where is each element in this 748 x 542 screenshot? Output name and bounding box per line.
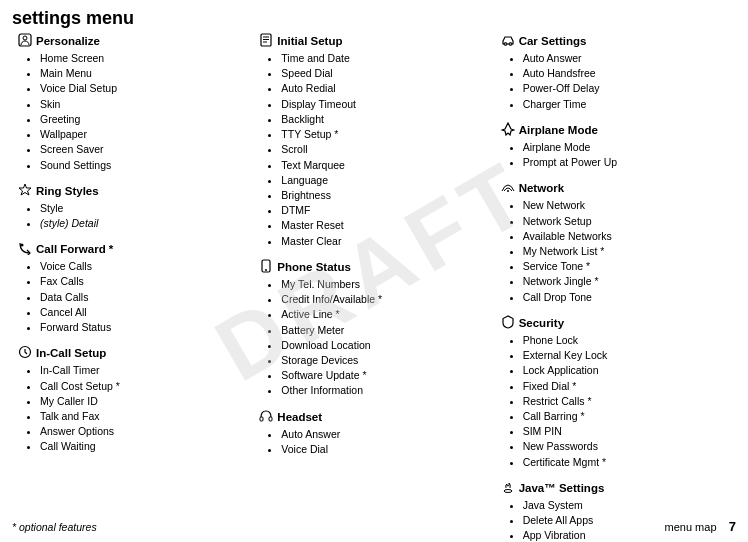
section-list-network: New NetworkNetwork SetupAvailable Networ… <box>501 198 730 305</box>
java-settings-icon <box>501 480 515 496</box>
list-item: Voice Dial <box>281 442 488 457</box>
list-item: Credit Info/Available * <box>281 292 488 307</box>
footer-right: menu map 7 <box>665 519 736 534</box>
section-header-call-forward: Call Forward * <box>18 241 247 257</box>
section-initial-setup: Initial SetupTime and DateSpeed DialAuto… <box>259 33 488 249</box>
list-item: Fixed Dial * <box>523 379 730 394</box>
list-item: Restrict Calls * <box>523 394 730 409</box>
list-item: Phone Lock <box>523 333 730 348</box>
list-item: Download Location <box>281 338 488 353</box>
svg-rect-10 <box>260 417 263 421</box>
section-in-call-setup: In-Call SetupIn-Call TimerCall Cost Setu… <box>18 345 247 454</box>
list-item: Auto Redial <box>281 81 488 96</box>
initial-setup-icon <box>259 33 273 49</box>
list-item: Main Menu <box>40 66 247 81</box>
list-item: Other Information <box>281 383 488 398</box>
section-header-in-call-setup: In-Call Setup <box>18 345 247 361</box>
list-item: My Caller ID <box>40 394 247 409</box>
section-header-personalize: Personalize <box>18 33 247 49</box>
section-label-call-forward: Call Forward * <box>36 243 113 255</box>
security-icon <box>501 315 515 331</box>
list-item: In-Call Timer <box>40 363 247 378</box>
section-label-in-call-setup: In-Call Setup <box>36 347 106 359</box>
list-item: Greeting <box>40 112 247 127</box>
list-item: Java System <box>523 498 730 513</box>
list-item: Storage Devices <box>281 353 488 368</box>
list-item: External Key Lock <box>523 348 730 363</box>
list-item: Scroll <box>281 142 488 157</box>
list-item: Forward Status <box>40 320 247 335</box>
list-item: My Tel. Numbers <box>281 277 488 292</box>
headset-icon <box>259 409 273 425</box>
call-forward-icon <box>18 241 32 257</box>
section-header-java-settings: Java™ Settings <box>501 480 730 496</box>
section-label-phone-status: Phone Status <box>277 261 350 273</box>
svg-point-1 <box>23 36 27 40</box>
menu-map-label: menu map <box>665 521 717 533</box>
list-item: Data Calls <box>40 290 247 305</box>
list-item: Answer Options <box>40 424 247 439</box>
list-item: New Network <box>523 198 730 213</box>
in-call-setup-icon <box>18 345 32 361</box>
column-col3: Car SettingsAuto AnswerAuto HandsfreePow… <box>495 33 736 542</box>
page-title: settings menu <box>0 0 748 33</box>
list-item: Home Screen <box>40 51 247 66</box>
svg-point-2 <box>21 244 24 247</box>
footer: * optional features menu map 7 <box>12 519 736 534</box>
section-label-airplane-mode: Airplane Mode <box>519 124 598 136</box>
list-item: Cancel All <box>40 305 247 320</box>
list-item: Software Update * <box>281 368 488 383</box>
section-header-initial-setup: Initial Setup <box>259 33 488 49</box>
svg-point-15 <box>504 489 512 492</box>
section-header-airplane-mode: Airplane Mode <box>501 122 730 138</box>
section-call-forward: Call Forward *Voice CallsFax CallsData C… <box>18 241 247 335</box>
section-header-headset: Headset <box>259 409 488 425</box>
section-list-in-call-setup: In-Call TimerCall Cost Setup *My Caller … <box>18 363 247 454</box>
list-item: Sound Settings <box>40 158 247 173</box>
section-label-car-settings: Car Settings <box>519 35 587 47</box>
list-item: Style <box>40 201 247 216</box>
list-item: Auto Answer <box>523 51 730 66</box>
list-item: Available Networks <box>523 229 730 244</box>
list-item: Language <box>281 173 488 188</box>
list-item: Charger Time <box>523 97 730 112</box>
personalize-icon <box>18 33 32 49</box>
list-item: Speed Dial <box>281 66 488 81</box>
section-personalize: PersonalizeHome ScreenMain MenuVoice Dia… <box>18 33 247 173</box>
section-list-security: Phone LockExternal Key LockLock Applicat… <box>501 333 730 470</box>
section-list-call-forward: Voice CallsFax CallsData CallsCancel All… <box>18 259 247 335</box>
section-list-headset: Auto AnswerVoice Dial <box>259 427 488 457</box>
list-item: Call Barring * <box>523 409 730 424</box>
column-col2: Initial SetupTime and DateSpeed DialAuto… <box>253 33 494 542</box>
list-item: Screen Saver <box>40 142 247 157</box>
list-item: SIM PIN <box>523 424 730 439</box>
list-item: Display Timeout <box>281 97 488 112</box>
list-item: New Passwords <box>523 439 730 454</box>
section-list-ring-styles: Style(style) Detail <box>18 201 247 231</box>
section-label-ring-styles: Ring Styles <box>36 185 99 197</box>
page-number: 7 <box>729 519 736 534</box>
car-settings-icon <box>501 33 515 49</box>
list-item: Call Waiting <box>40 439 247 454</box>
section-header-security: Security <box>501 315 730 331</box>
section-header-car-settings: Car Settings <box>501 33 730 49</box>
section-label-headset: Headset <box>277 411 322 423</box>
section-list-airplane-mode: Airplane ModePrompt at Power Up <box>501 140 730 170</box>
list-item: Wallpaper <box>40 127 247 142</box>
list-item: Call Cost Setup * <box>40 379 247 394</box>
section-list-phone-status: My Tel. NumbersCredit Info/Available *Ac… <box>259 277 488 399</box>
list-item: Skin <box>40 97 247 112</box>
list-item: Network Setup <box>523 214 730 229</box>
list-item: Battery Meter <box>281 323 488 338</box>
list-item: Master Reset <box>281 218 488 233</box>
list-item: Lock Application <box>523 363 730 378</box>
column-col1: PersonalizeHome ScreenMain MenuVoice Dia… <box>12 33 253 542</box>
section-list-personalize: Home ScreenMain MenuVoice Dial SetupSkin… <box>18 51 247 173</box>
list-item: Power-Off Delay <box>523 81 730 96</box>
list-item: DTMF <box>281 203 488 218</box>
section-network: NetworkNew NetworkNetwork SetupAvailable… <box>501 180 730 305</box>
list-item: Active Line * <box>281 307 488 322</box>
content-area: PersonalizeHome ScreenMain MenuVoice Dia… <box>0 33 748 542</box>
section-ring-styles: Ring StylesStyle(style) Detail <box>18 183 247 231</box>
section-label-java-settings: Java™ Settings <box>519 482 605 494</box>
